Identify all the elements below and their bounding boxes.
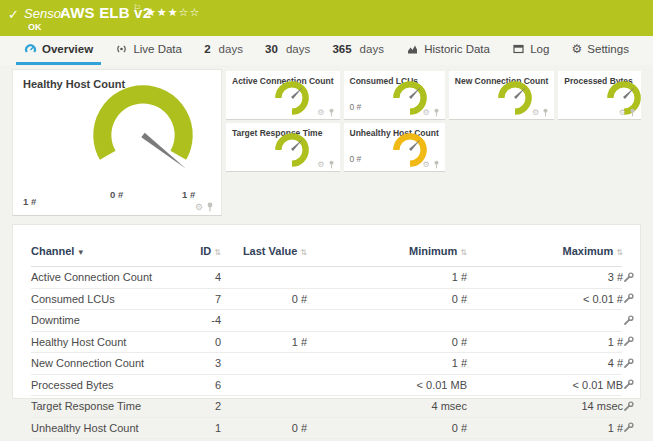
- gauge-needle: [514, 87, 526, 99]
- column-label: ID: [200, 245, 211, 257]
- tab-historic-data[interactable]: Historic Data: [398, 36, 498, 65]
- gauge-needle: [623, 87, 635, 99]
- tab-365-days[interactable]: 365 days: [324, 36, 391, 65]
- table-row: New Connection Count 3 1 # 4 #: [31, 353, 622, 375]
- pin-icon[interactable]: [328, 108, 335, 117]
- channel-name: New Connection Count: [31, 357, 181, 369]
- gauge-card-unhealthy-host-count: Unhealthy Host Count 0 # ⚙: [344, 123, 445, 172]
- channel-maximum: 1 #: [467, 422, 623, 434]
- tab-live-data[interactable]: Live Data: [107, 36, 190, 65]
- column-label: Minimum: [409, 245, 457, 257]
- priority-flag-icon: ⚐: [133, 3, 141, 13]
- channel-id: 7: [181, 293, 221, 305]
- channel-settings-icon[interactable]: [623, 315, 634, 326]
- channel-settings-icon[interactable]: [623, 422, 634, 433]
- gear-icon[interactable]: ⚙: [423, 160, 430, 169]
- gauge-footer-icons: ⚙: [532, 108, 549, 117]
- gauge-current-value: 1 #: [23, 196, 36, 207]
- column-label: Maximum: [563, 245, 614, 257]
- status-check-icon: ✓: [8, 7, 19, 22]
- pin-icon[interactable]: [629, 108, 636, 117]
- gauge-footer-icons: ⚙: [423, 160, 440, 169]
- tab-label: Overview: [42, 43, 93, 55]
- column-header-minimum[interactable]: Minimum⇅: [307, 245, 467, 257]
- table-row: Active Connection Count 4 1 # 3 #: [31, 267, 622, 289]
- channel-settings-icon[interactable]: [623, 272, 634, 283]
- gauge-card-new-connection-count: New Connection Count ⚙: [449, 71, 555, 120]
- channel-settings-icon[interactable]: [623, 336, 634, 347]
- channel-minimum: 0 #: [307, 336, 467, 348]
- gauge-footer-icons: ⚙: [317, 108, 334, 117]
- channel-settings-icon[interactable]: [623, 379, 634, 390]
- tab-settings[interactable]: ⚙ Settings: [564, 36, 637, 65]
- channel-settings-icon[interactable]: [623, 293, 634, 304]
- channel-id: -4: [181, 314, 221, 326]
- channel-id: 1: [181, 422, 221, 434]
- gauge-scale-max: 1 #: [182, 189, 195, 200]
- channel-minimum: 4 msec: [307, 400, 467, 412]
- gear-icon[interactable]: ⚙: [423, 108, 430, 117]
- tab-number: 30: [265, 43, 278, 55]
- tab-number: 2: [204, 43, 210, 55]
- channel-maximum: 3 #: [467, 271, 623, 283]
- channel-name: Consumed LCUs: [31, 293, 181, 305]
- gauge-card-target-response-time: Target Response Time ⚙: [226, 123, 340, 172]
- channel-settings-icon[interactable]: [623, 358, 634, 369]
- channel-last-value: 0 #: [221, 293, 307, 305]
- channel-name: Target Response Time: [31, 400, 181, 412]
- pin-icon[interactable]: [433, 108, 440, 117]
- table-row: Consumed LCUs 7 0 # 0 # < 0.01 #: [31, 289, 622, 311]
- gear-icon[interactable]: ⚙: [195, 202, 203, 212]
- channel-name: Downtime: [31, 314, 181, 326]
- priority-stars[interactable]: ★★★☆☆: [146, 6, 200, 19]
- column-header-maximum[interactable]: Maximum⇅: [467, 245, 623, 257]
- gauge-footer-icons: ⚙: [195, 202, 214, 212]
- pin-icon[interactable]: [328, 160, 335, 169]
- channel-minimum: 1 #: [307, 271, 467, 283]
- empty-grid-cell: [449, 123, 555, 172]
- tab-overview[interactable]: Overview: [16, 36, 101, 65]
- gear-icon[interactable]: ⚙: [619, 108, 626, 117]
- table-row: Healthy Host Count 0 1 # 0 # 1 #: [31, 332, 622, 354]
- column-header-channel[interactable]: Channel▾: [31, 245, 181, 257]
- column-header-last-value[interactable]: Last Value⇅: [221, 245, 307, 257]
- small-gauge-chart: [495, 78, 535, 118]
- gear-icon[interactable]: ⚙: [317, 160, 324, 169]
- channel-name: Unhealthy Host Count: [31, 422, 181, 434]
- gauge-footer-icons: ⚙: [317, 160, 334, 169]
- small-gauge-chart: [272, 78, 312, 118]
- tab-unit: days: [219, 43, 243, 55]
- channel-id: 0: [181, 336, 221, 348]
- channel-last-value: 0 #: [221, 422, 307, 434]
- pin-icon[interactable]: [206, 202, 214, 212]
- gauge-footer-icons: ⚙: [423, 108, 440, 117]
- channel-last-value: 1 #: [221, 336, 307, 348]
- tab-log[interactable]: Log: [504, 36, 557, 65]
- sensor-header: ✓ Sensor AWS ELB v2 ⚐ ★★★☆☆ OK: [0, 0, 653, 36]
- gear-icon: ⚙: [572, 42, 583, 56]
- gauge-icon: [24, 43, 37, 55]
- tab-30-days[interactable]: 30 days: [257, 36, 318, 65]
- tab-bar: Overview Live Data 2 days 30 days 365 da…: [0, 36, 653, 65]
- gauge-needle: [409, 139, 421, 151]
- gear-icon[interactable]: ⚙: [532, 108, 539, 117]
- tab-unit: days: [286, 43, 310, 55]
- column-header-id[interactable]: ID⇅: [181, 245, 221, 257]
- channel-table-header: Channel▾ ID⇅ Last Value⇅ Minimum⇅ Maximu…: [31, 235, 622, 267]
- gauge-card-processed-bytes: Processed Bytes ⚙: [558, 71, 641, 120]
- channel-settings-icon[interactable]: [623, 401, 634, 412]
- channel-table: Channel▾ ID⇅ Last Value⇅ Minimum⇅ Maximu…: [12, 224, 641, 399]
- gear-icon[interactable]: ⚙: [317, 108, 324, 117]
- channel-name: Processed Bytes: [31, 379, 181, 391]
- channel-id: 2: [181, 400, 221, 412]
- sort-icon: ⇅: [214, 248, 221, 257]
- pin-icon[interactable]: [433, 160, 440, 169]
- column-label: Channel: [31, 245, 74, 257]
- tab-number: 365: [332, 43, 351, 55]
- tab-2-days[interactable]: 2 days: [196, 36, 251, 65]
- tab-label: Settings: [587, 43, 629, 55]
- gauges-section: Healthy Host Count 0 # 1 # 1 # ⚙ Active …: [12, 69, 641, 216]
- channel-name: Active Connection Count: [31, 271, 181, 283]
- pin-icon[interactable]: [542, 108, 549, 117]
- channel-maximum: < 0.01 #: [467, 293, 623, 305]
